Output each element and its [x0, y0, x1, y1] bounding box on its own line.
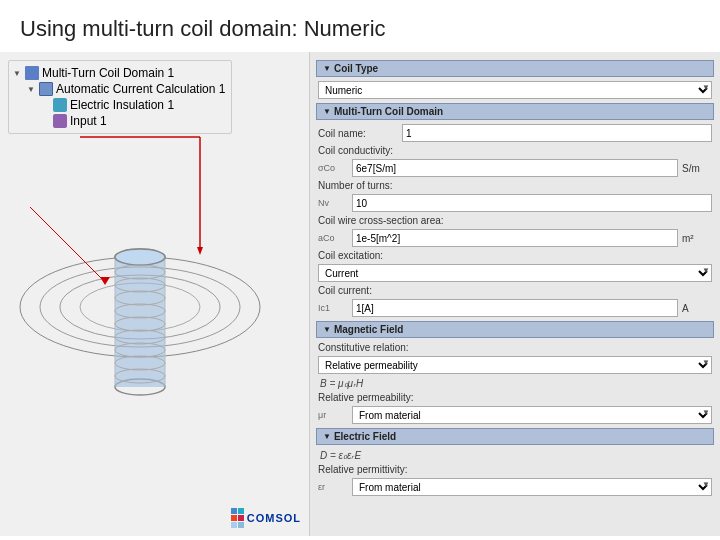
rel-perm-label-row: Relative permeability: — [316, 392, 714, 403]
wire-area-input[interactable] — [352, 229, 678, 247]
coil-name-label: Coil name: — [318, 128, 398, 139]
electric-field-label: Electric Field — [334, 431, 396, 442]
magnetic-field-section-header: Magnetic Field — [316, 321, 714, 338]
num-turns-input-row: Nv — [316, 194, 714, 212]
coil-current-input-row: Ic1 A — [316, 299, 714, 317]
diagram-svg — [10, 102, 290, 452]
comsol-squares — [231, 508, 244, 528]
rel-permit-label: Relative permittivity: — [318, 464, 407, 475]
coil-current-label-row: Coil current: — [316, 285, 714, 296]
sq2 — [238, 508, 244, 514]
rel-permit-select-wrapper[interactable]: From material User defined — [352, 478, 712, 496]
coil-excitation-label: Coil excitation: — [318, 250, 398, 261]
const-rel-select-row: Relative permeability Remanent flux dens… — [316, 356, 714, 374]
coil-conductivity-unit: S/m — [682, 163, 712, 174]
svg-line-22 — [30, 207, 105, 282]
sq4 — [238, 515, 244, 521]
num-turns-label: Number of turns: — [318, 180, 398, 191]
coil-conductivity-input[interactable] — [352, 159, 678, 177]
coil-conductivity-label: Coil conductivity: — [318, 145, 398, 156]
coil-conductivity-symbol: σCo — [318, 163, 348, 173]
comsol-row-2 — [231, 515, 244, 521]
coil-excitation-label-row: Coil excitation: — [316, 250, 714, 261]
magnetic-field-label: Magnetic Field — [334, 324, 403, 335]
rel-perm-label: Relative permeability: — [318, 392, 414, 403]
coil-excitation-select[interactable]: Current Voltage — [318, 264, 712, 282]
rel-permit-symbol: εr — [318, 482, 348, 492]
wire-area-label: Coil wire cross-section area: — [318, 215, 444, 226]
input1-icon — [53, 114, 67, 128]
coil-excitation-input-row: Current Voltage — [316, 264, 714, 282]
rel-permit-select-row: εr From material User defined — [316, 478, 714, 496]
tree-item-auto-current[interactable]: ▼ Automatic Current Calculation 1 — [13, 81, 227, 97]
folder-icon — [25, 66, 39, 80]
coil-type-select[interactable]: Numeric — [318, 81, 712, 99]
comsol-logo: COMSOL — [231, 508, 301, 528]
wire-area-symbol: aCo — [318, 233, 348, 243]
electric-field-section-header: Electric Field — [316, 428, 714, 445]
coil-type-section-header: Coil Type — [316, 60, 714, 77]
coil-current-unit: A — [682, 303, 712, 314]
formula-b: B = μ₀μᵣH — [316, 377, 714, 390]
rel-permit-label-row: Relative permittivity: — [316, 464, 714, 475]
tree-label-auto-current: Automatic Current Calculation 1 — [56, 82, 225, 96]
tree-arrow-4 — [41, 117, 51, 126]
const-rel-select[interactable]: Relative permeability Remanent flux dens… — [318, 356, 712, 374]
tree-label-electric-insulation: Electric Insulation 1 — [70, 98, 174, 112]
comsol-row-1 — [231, 508, 244, 514]
formula-d: D = ε₀εᵣE — [316, 449, 714, 462]
tree-item-multi-turn[interactable]: ▼ Multi-Turn Coil Domain 1 — [13, 65, 227, 81]
rel-perm-select-wrapper[interactable]: From material User defined — [352, 406, 712, 424]
auto-current-icon — [39, 82, 53, 96]
rel-permit-select[interactable]: From material User defined — [352, 478, 712, 496]
coil-domain-label: Multi-Turn Coil Domain — [334, 106, 443, 117]
svg-marker-23 — [100, 277, 110, 285]
num-turns-label-row: Number of turns: — [316, 180, 714, 191]
tree-label-multi-turn: Multi-Turn Coil Domain 1 — [42, 66, 174, 80]
coil-type-label: Coil Type — [334, 63, 378, 74]
right-panel[interactable]: Coil Type Numeric Multi-Turn Coil Domain… — [310, 52, 720, 536]
coil-type-select-wrapper[interactable]: Numeric — [318, 81, 712, 99]
coil-conductivity-row: Coil conductivity: — [316, 145, 714, 156]
coil-excitation-select-wrapper[interactable]: Current Voltage — [318, 264, 712, 282]
coil-current-input[interactable] — [352, 299, 678, 317]
tree-arrow-2: ▼ — [27, 85, 37, 94]
wire-area-label-row: Coil wire cross-section area: — [316, 215, 714, 226]
sq1 — [231, 508, 237, 514]
coil-current-symbol: Ic1 — [318, 303, 348, 313]
coil-current-label: Coil current: — [318, 285, 398, 296]
rel-perm-symbol: μr — [318, 410, 348, 420]
left-panel: ▼ Multi-Turn Coil Domain 1 ▼ Automatic C… — [0, 52, 310, 536]
coil-diagram — [10, 102, 290, 482]
svg-marker-21 — [197, 247, 203, 255]
page-title: Using multi-turn coil domain: Numeric — [20, 16, 700, 42]
coil-name-row: Coil name: — [316, 124, 714, 142]
wire-area-input-row: aCo m² — [316, 229, 714, 247]
tree-label-input1: Input 1 — [70, 114, 107, 128]
tree-arrow-3 — [41, 101, 51, 110]
rel-perm-select-row: μr From material User defined — [316, 406, 714, 424]
tree-arrow: ▼ — [13, 69, 23, 78]
page-header: Using multi-turn coil domain: Numeric — [0, 0, 720, 52]
coil-conductivity-label-text: Coil conductivity: — [318, 145, 393, 156]
tree-view: ▼ Multi-Turn Coil Domain 1 ▼ Automatic C… — [8, 60, 232, 134]
const-rel-select-wrapper[interactable]: Relative permeability Remanent flux dens… — [318, 356, 712, 374]
tree-item-input1[interactable]: Input 1 — [13, 113, 227, 129]
const-rel-label: Constitutive relation: — [318, 342, 409, 353]
sq3 — [231, 515, 237, 521]
rel-perm-select[interactable]: From material User defined — [352, 406, 712, 424]
sq6 — [238, 522, 244, 528]
main-content: ▼ Multi-Turn Coil Domain 1 ▼ Automatic C… — [0, 52, 720, 536]
comsol-row-3 — [231, 522, 244, 528]
tree-item-electric-insulation[interactable]: Electric Insulation 1 — [13, 97, 227, 113]
comsol-text: COMSOL — [247, 512, 301, 524]
electric-insulation-icon — [53, 98, 67, 112]
coil-conductivity-input-row: σCo S/m — [316, 159, 714, 177]
coil-type-row: Numeric — [316, 81, 714, 99]
wire-area-unit: m² — [682, 233, 712, 244]
svg-point-9 — [115, 249, 165, 265]
num-turns-input[interactable] — [352, 194, 712, 212]
coil-name-input[interactable] — [402, 124, 712, 142]
const-rel-label-row: Constitutive relation: — [316, 342, 714, 353]
sq5 — [231, 522, 237, 528]
